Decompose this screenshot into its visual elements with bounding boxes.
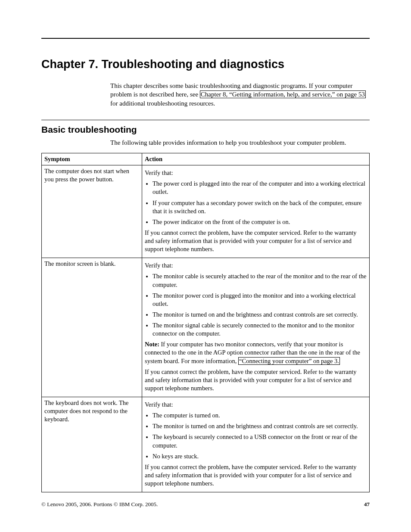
table-row: The monitor screen is blank. Verify that… [42, 258, 370, 397]
cross-reference-link[interactable]: “Connecting your computer” on page 3. [238, 357, 340, 365]
table-header-action: Action [142, 153, 370, 165]
verify-label: Verify that: [145, 401, 367, 409]
action-cell: Verify that: The computer is turned on. … [142, 397, 370, 492]
list-item: The monitor cable is securely attached t… [153, 272, 367, 289]
cross-reference-link[interactable]: Chapter 8, “Getting information, help, a… [200, 90, 366, 98]
section-rule [41, 120, 370, 120]
section-intro: The following table provides information… [110, 138, 370, 147]
table-row: The keyboard does not work. The computer… [42, 397, 370, 492]
troubleshooting-table: Symptom Action The computer does not sta… [41, 153, 370, 492]
table-row: The computer does not start when you pre… [42, 165, 370, 258]
list-item: The power cord is plugged into the rear … [153, 180, 367, 196]
closing-text: If you cannot correct the problem, have … [145, 229, 367, 253]
action-cell: Verify that: The monitor cable is secure… [142, 258, 370, 397]
bullet-list: The computer is turned on. The monitor i… [145, 411, 367, 460]
list-item: The computer is turned on. [153, 411, 367, 420]
list-item: No keys are stuck. [153, 452, 367, 460]
chapter-title: Chapter 7. Troubleshooting and diagnosti… [41, 58, 370, 71]
page-footer: © Lenovo 2005, 2006. Portions © IBM Corp… [41, 501, 370, 508]
bullet-list: The power cord is plugged into the rear … [145, 180, 367, 226]
chapter-intro: This chapter describes some basic troubl… [110, 81, 370, 108]
page-number: 47 [364, 501, 370, 508]
list-item: The power indicator on the front of the … [153, 218, 367, 226]
list-item: The monitor signal cable is securely con… [153, 321, 367, 338]
list-item: The monitor is turned on and the brightn… [153, 311, 367, 319]
symptom-cell: The monitor screen is blank. [42, 258, 142, 397]
copyright-text: © Lenovo 2005, 2006. Portions © IBM Corp… [41, 501, 158, 508]
note-paragraph: Note: If your computer has two monitor c… [145, 340, 367, 365]
verify-label: Verify that: [145, 169, 367, 177]
closing-text: If you cannot correct the problem, have … [145, 463, 367, 488]
symptom-cell: The computer does not start when you pre… [42, 165, 142, 258]
list-item: The monitor is turned on and the brightn… [153, 422, 367, 430]
note-label: Note: [145, 341, 159, 348]
closing-text: If you cannot correct the problem, have … [145, 368, 367, 392]
table-header-symptom: Symptom [42, 153, 142, 165]
top-rule [41, 38, 370, 39]
list-item: The keyboard is securely connected to a … [153, 433, 367, 449]
table-header-row: Symptom Action [42, 153, 370, 165]
verify-label: Verify that: [145, 261, 367, 270]
section-title: Basic troubleshooting [41, 124, 370, 135]
intro-text-after: for additional troubleshooting resources… [110, 100, 215, 107]
action-cell: Verify that: The power cord is plugged i… [142, 165, 370, 258]
list-item: If your computer has a secondary power s… [153, 199, 367, 215]
list-item: The monitor power cord is plugged into t… [153, 292, 367, 308]
bullet-list: The monitor cable is securely attached t… [145, 272, 367, 338]
symptom-cell: The keyboard does not work. The computer… [42, 397, 142, 492]
document-page: Chapter 7. Troubleshooting and diagnosti… [0, 0, 411, 532]
